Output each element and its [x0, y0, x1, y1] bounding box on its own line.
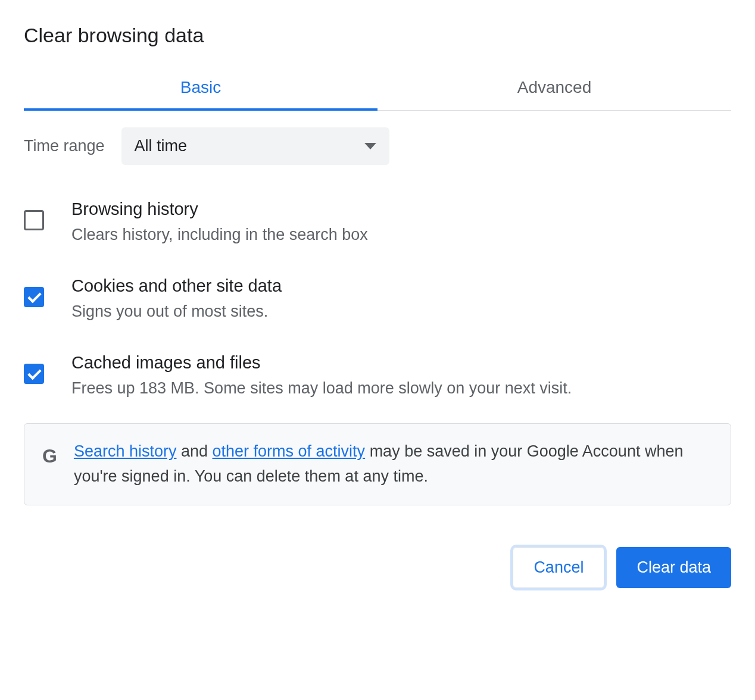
chevron-down-icon: [364, 143, 376, 149]
info-text-part: and: [176, 442, 212, 460]
other-activity-link[interactable]: other forms of activity: [213, 442, 366, 460]
tab-advanced[interactable]: Advanced: [378, 65, 731, 110]
checkbox-cache[interactable]: [24, 364, 44, 384]
checkbox-cookies[interactable]: [24, 287, 44, 307]
option-desc: Clears history, including in the search …: [71, 224, 731, 246]
cancel-button[interactable]: Cancel: [513, 547, 604, 588]
time-range-dropdown[interactable]: All time: [121, 127, 389, 165]
tab-basic[interactable]: Basic: [24, 65, 378, 110]
option-desc: Signs you out of most sites.: [71, 301, 731, 323]
dialog-actions: Cancel Clear data: [24, 547, 731, 588]
clear-browsing-data-dialog: Clear browsing data Basic Advanced Time …: [0, 0, 755, 612]
tabs: Basic Advanced: [24, 65, 731, 111]
search-history-link[interactable]: Search history: [74, 442, 177, 460]
info-box: G Search history and other forms of acti…: [24, 423, 731, 505]
option-cache: Cached images and files Frees up 183 MB.…: [24, 353, 731, 400]
option-cookies: Cookies and other site data Signs you ou…: [24, 276, 731, 323]
clear-data-button[interactable]: Clear data: [616, 547, 731, 588]
time-range-label: Time range: [24, 137, 105, 155]
time-range-value: All time: [135, 137, 188, 155]
option-title: Cached images and files: [71, 353, 731, 373]
option-text: Cookies and other site data Signs you ou…: [71, 276, 731, 323]
option-title: Cookies and other site data: [71, 276, 731, 296]
options-list: Browsing history Clears history, includi…: [24, 199, 731, 399]
google-icon: G: [42, 445, 57, 467]
option-text: Cached images and files Frees up 183 MB.…: [71, 353, 731, 400]
option-title: Browsing history: [71, 199, 731, 219]
option-text: Browsing history Clears history, includi…: [71, 199, 731, 246]
dialog-title: Clear browsing data: [24, 24, 731, 47]
time-range-row: Time range All time: [24, 127, 731, 165]
checkbox-browsing-history[interactable]: [24, 210, 44, 230]
option-desc: Frees up 183 MB. Some sites may load mor…: [71, 377, 731, 400]
option-browsing-history: Browsing history Clears history, includi…: [24, 199, 731, 246]
info-text: Search history and other forms of activi…: [74, 439, 713, 489]
